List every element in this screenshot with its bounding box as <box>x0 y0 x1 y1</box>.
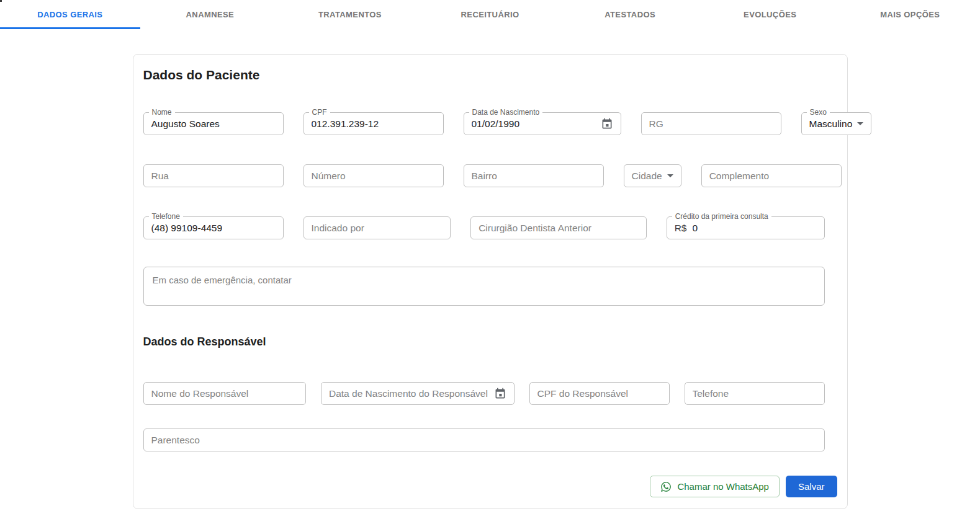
cpf-field[interactable]: CPF <box>303 112 444 135</box>
responsavel-nome-input[interactable] <box>151 388 299 399</box>
parentesco-input[interactable] <box>151 435 817 446</box>
emergencia-field[interactable] <box>143 267 825 306</box>
responsavel-nome-field[interactable] <box>143 382 307 405</box>
patient-row-contact: Telefone Crédito da primeira consulta R$ <box>143 216 825 239</box>
patient-card: Dados do Paciente Nome CPF Data de Nasci… <box>133 54 848 509</box>
patient-section-title: Dados do Paciente <box>143 68 825 82</box>
patient-row-identity: Nome CPF Data de Nascimento Sexo Masculi… <box>143 112 825 135</box>
dentista-anterior-input[interactable] <box>479 223 639 234</box>
patient-row-address: Cidade <box>143 164 825 187</box>
calendar-icon[interactable] <box>601 118 613 130</box>
calendar-icon[interactable] <box>494 388 506 400</box>
whatsapp-button-label: Chamar no WhatsApp <box>677 481 769 492</box>
sexo-label: Sexo <box>807 108 830 117</box>
responsavel-nascimento-field[interactable] <box>321 382 515 405</box>
chevron-down-icon <box>667 174 673 177</box>
tab-mais-opcoes[interactable]: Mais opções <box>840 0 980 29</box>
responsavel-row <box>143 382 825 405</box>
telefone-field[interactable]: Telefone <box>143 216 284 239</box>
tab-evolucoes[interactable]: Evoluções <box>700 0 840 29</box>
nome-field[interactable]: Nome <box>143 112 284 135</box>
complemento-input[interactable] <box>709 171 834 182</box>
indicado-por-input[interactable] <box>312 223 443 234</box>
telefone-label: Telefone <box>149 212 183 221</box>
bairro-input[interactable] <box>472 171 596 182</box>
credito-input[interactable] <box>693 223 817 234</box>
rua-input[interactable] <box>151 171 276 182</box>
cidade-select[interactable]: Cidade <box>624 164 681 187</box>
sexo-select[interactable]: Sexo Masculino <box>801 112 872 135</box>
save-button[interactable]: Salvar <box>786 476 837 497</box>
tab-anamnese[interactable]: Anamnese <box>140 0 281 29</box>
responsavel-cpf-input[interactable] <box>537 388 662 399</box>
parentesco-field[interactable] <box>143 429 825 451</box>
cpf-label: CPF <box>309 108 330 117</box>
whatsapp-icon <box>660 481 672 492</box>
tab-atestados[interactable]: Atestados <box>560 0 700 29</box>
sexo-value: Masculino <box>809 118 853 130</box>
complemento-field[interactable] <box>701 164 842 187</box>
rg-field[interactable] <box>641 112 781 135</box>
nome-label: Nome <box>149 108 175 117</box>
telefone-input[interactable] <box>151 223 276 234</box>
rg-input[interactable] <box>649 118 773 130</box>
credito-label: Crédito da primeira consulta <box>672 212 771 221</box>
responsavel-telefone-field[interactable] <box>685 382 825 405</box>
currency-prefix: R$ <box>675 223 687 234</box>
whatsapp-button[interactable]: Chamar no WhatsApp <box>650 476 780 497</box>
credito-field[interactable]: Crédito da primeira consulta R$ <box>667 216 825 239</box>
tab-bar: Dados Gerais Anamnese Tratamentos Receit… <box>0 0 980 29</box>
responsavel-nascimento-input[interactable] <box>329 388 489 399</box>
cidade-value: Cidade <box>632 171 662 182</box>
patient-form: Dados do Paciente Nome CPF Data de Nasci… <box>143 68 837 451</box>
tab-tratamentos[interactable]: Tratamentos <box>280 0 420 29</box>
nome-input[interactable] <box>151 118 276 130</box>
responsavel-telefone-input[interactable] <box>693 388 817 399</box>
numero-input[interactable] <box>312 171 436 182</box>
data-nascimento-field[interactable]: Data de Nascimento <box>464 112 621 135</box>
rua-field[interactable] <box>143 164 284 187</box>
tab-receituario[interactable]: Receituário <box>420 0 560 29</box>
data-nascimento-input[interactable] <box>472 118 596 130</box>
responsavel-cpf-field[interactable] <box>529 382 670 405</box>
indicado-por-field[interactable] <box>303 216 451 239</box>
bairro-field[interactable] <box>464 164 604 187</box>
action-buttons: Chamar no WhatsApp Salvar <box>143 476 837 497</box>
numero-field[interactable] <box>303 164 444 187</box>
tab-dados-gerais[interactable]: Dados Gerais <box>0 0 140 29</box>
data-nascimento-label: Data de Nascimento <box>469 108 543 117</box>
dentista-anterior-field[interactable] <box>470 216 647 239</box>
emergencia-textarea[interactable] <box>144 267 824 305</box>
cpf-input[interactable] <box>312 118 436 130</box>
responsavel-section-title: Dados do Responsável <box>143 335 825 349</box>
chevron-down-icon <box>857 122 863 125</box>
